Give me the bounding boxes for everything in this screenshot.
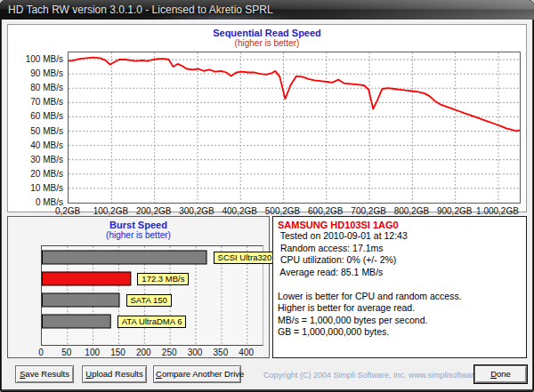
- x-tick-label: 400,2GB: [222, 206, 256, 216]
- y-tick-label: 60 MB/s: [12, 111, 63, 121]
- x-tick-label: 200,2GB: [136, 206, 171, 216]
- burst-bar: [43, 293, 120, 307]
- client-area: Sequential Read Speed (higher is better)…: [2, 20, 532, 389]
- sequential-chart-title: Sequential Read Speed: [8, 28, 526, 38]
- x-tick-label: 900,2GB: [437, 206, 472, 216]
- burst-bar: [43, 272, 131, 285]
- burst-x-tick-label: 150: [110, 348, 125, 357]
- info-line-tested: Tested on 2010-09-01 at 12:43: [278, 230, 522, 243]
- save-results-button[interactable]: Save Results: [15, 365, 74, 383]
- burst-bar: [43, 315, 111, 328]
- x-tick-label: 0,2GB: [55, 206, 80, 216]
- x-tick-label: 700,2GB: [351, 206, 385, 216]
- app-window: HD Tach RW version 3.0.1.0 - Licensed to…: [0, 0, 534, 392]
- y-tick-label: 10 MB/s: [12, 183, 63, 193]
- copyright-text: Copyright (C) 2004 Simpli Software, Inc.…: [263, 371, 496, 380]
- x-tick-label: 1.000,2GB: [476, 206, 519, 216]
- y-tick-label: 20 MB/s: [12, 169, 63, 179]
- x-tick-label: 600,2GB: [308, 206, 343, 216]
- burst-chart-title: Burst Speed: [8, 220, 269, 230]
- burst-chart-panel: Burst Speed (higher is better) SCSI Ultr…: [7, 216, 270, 358]
- y-tick-label: 70 MB/s: [12, 97, 63, 107]
- info-line-note-4: GB = 1,000,000,000 bytes.: [278, 326, 522, 339]
- footer-bar: Save Results Upload Results Compare Anot…: [2, 365, 532, 388]
- burst-x-tick-label: 100: [85, 348, 100, 357]
- sequential-plot: [69, 52, 520, 203]
- burst-bar-label: 172.3 MB/s: [137, 273, 189, 285]
- info-line-blank: [278, 278, 522, 291]
- x-tick-label: 800,2GB: [394, 206, 429, 216]
- burst-x-tick-label: 0: [38, 348, 44, 357]
- info-line-note-2: Higher is better for average read.: [278, 302, 522, 315]
- burst-chart-subtitle: (higher is better): [8, 230, 269, 240]
- titlebar[interactable]: HD Tach RW version 3.0.1.0 - Licensed to…: [0, 0, 534, 20]
- y-tick-label: 30 MB/s: [12, 155, 63, 164]
- compare-another-drive-button[interactable]: Compare Another Drive: [153, 365, 241, 383]
- info-line-cpu: CPU utilization: 0% (+/- 2%): [278, 254, 522, 267]
- burst-x-tick-label: 350: [214, 348, 229, 357]
- burst-x-tick-label: 300: [188, 348, 203, 357]
- y-tick-label: 80 MB/s: [12, 83, 63, 92]
- x-tick-label: 500,2GB: [265, 206, 300, 216]
- burst-bar: [43, 251, 207, 264]
- info-line-average-read: Average read: 85.1 MB/s: [278, 267, 522, 279]
- upload-results-button[interactable]: Upload Results: [82, 365, 147, 383]
- window-title: HD Tach RW version 3.0.1.0 - Licensed to…: [8, 4, 273, 16]
- burst-x-tick-label: 400: [239, 348, 254, 357]
- sequential-chart-panel: Sequential Read Speed (higher is better)…: [7, 24, 527, 212]
- sequential-plot-frame: [68, 52, 521, 204]
- info-line-note-3: MB/s = 1,000,000 bytes per second.: [278, 315, 522, 327]
- sequential-read-line: [69, 58, 520, 132]
- y-tick-label: 40 MB/s: [12, 140, 63, 150]
- burst-bar-label: SATA 150: [126, 294, 172, 307]
- drive-name: SAMSUNG HD103SI 1AG0: [278, 220, 522, 230]
- sequential-chart-subtitle: (higher is better): [8, 38, 526, 48]
- burst-x-tick-label: 200: [136, 348, 151, 357]
- drive-info-panel: SAMSUNG HD103SI 1AG0 Tested on 2010-09-0…: [272, 216, 527, 358]
- burst-bar-label: SCSI Ultra320: [214, 252, 277, 264]
- burst-bar-label: ATA UltraDMA 6: [117, 316, 187, 328]
- y-tick-label: 50 MB/s: [12, 126, 63, 136]
- info-line-random-access: Random access: 17.1ms: [278, 243, 522, 255]
- burst-x-tick-label: 50: [61, 348, 71, 357]
- y-tick-label: 90 MB/s: [12, 68, 63, 78]
- burst-x-tick-label: 250: [162, 348, 177, 357]
- x-tick-label: 300,2GB: [179, 206, 214, 216]
- y-tick-label: 100 MB/s: [12, 54, 63, 64]
- x-tick-label: 100,2GB: [93, 206, 128, 216]
- info-line-note-1: Lower is better for CPU and random acces…: [278, 291, 522, 303]
- done-button[interactable]: Done: [474, 365, 527, 383]
